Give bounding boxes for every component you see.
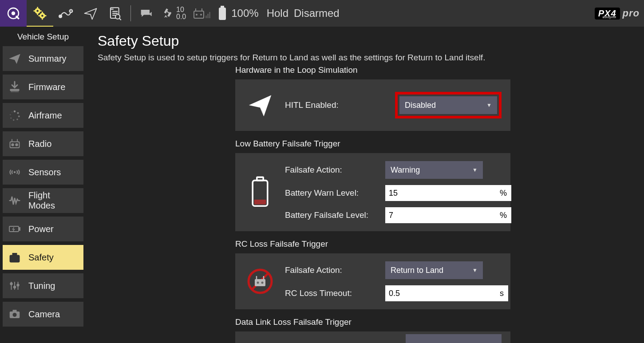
hitl-highlight-box: Disabled ▼ bbox=[395, 92, 502, 118]
sidebar-item-camera[interactable]: Camera bbox=[3, 302, 83, 327]
paper-plane-icon bbox=[7, 52, 22, 65]
fly-tab-button[interactable] bbox=[78, 0, 103, 27]
svg-rect-79 bbox=[255, 279, 265, 286]
gps-sat-count: 10 bbox=[176, 6, 186, 13]
sidebar-item-label: Tuning bbox=[28, 281, 55, 291]
svg-point-2 bbox=[12, 12, 16, 16]
svg-point-45 bbox=[17, 91, 18, 92]
unit-label: % bbox=[495, 207, 511, 223]
hitl-card: HITL Enabled: Disabled ▼ bbox=[235, 79, 510, 131]
sidebar-item-power[interactable]: Power bbox=[3, 217, 83, 241]
messages-icon[interactable] bbox=[134, 0, 158, 27]
sidebar-item-sensors[interactable]: Sensors bbox=[3, 160, 83, 185]
sidebar-item-firmware[interactable]: Firmware bbox=[3, 75, 83, 99]
svg-point-59 bbox=[14, 171, 16, 173]
battery-percent: 100% bbox=[231, 7, 258, 20]
rc-loss-timeout-input[interactable] bbox=[385, 285, 495, 301]
data-link-action-select[interactable] bbox=[406, 334, 502, 343]
sidebar-item-safety[interactable]: Safety bbox=[3, 245, 83, 270]
rc-loss-timeout-label: RC Loss Timeout: bbox=[285, 288, 378, 298]
svg-rect-39 bbox=[10, 89, 20, 91]
svg-point-81 bbox=[261, 282, 264, 284]
unit-label: % bbox=[495, 185, 511, 201]
svg-rect-13 bbox=[38, 15, 40, 16]
gps-status[interactable]: 10 0.0 bbox=[158, 0, 189, 27]
sidebar-item-radio[interactable]: Radio bbox=[3, 131, 83, 156]
svg-point-55 bbox=[12, 144, 14, 146]
svg-text:B: B bbox=[70, 10, 72, 12]
rc-status-icon[interactable] bbox=[189, 0, 215, 27]
sidebar-item-tuning[interactable]: Tuning bbox=[3, 273, 83, 298]
arm-state-label[interactable]: Disarmed bbox=[294, 7, 340, 20]
sliders-icon bbox=[7, 279, 22, 292]
wifi-sensor-icon bbox=[7, 166, 22, 179]
sidebar-item-label: Camera bbox=[28, 309, 60, 319]
svg-point-56 bbox=[16, 144, 18, 146]
svg-point-46 bbox=[14, 110, 16, 113]
svg-line-1 bbox=[16, 16, 19, 19]
chevron-down-icon: ▼ bbox=[472, 167, 478, 173]
svg-line-23 bbox=[119, 18, 121, 20]
battery-warn-label: Battery Warn Level: bbox=[285, 188, 378, 198]
plan-tab-button[interactable]: B bbox=[53, 0, 78, 27]
page-description: Safety Setup is used to setup triggers f… bbox=[98, 53, 635, 63]
svg-point-29 bbox=[196, 14, 198, 16]
svg-point-44 bbox=[16, 91, 17, 92]
svg-rect-28 bbox=[194, 11, 204, 18]
hitl-enabled-label: HITL Enabled: bbox=[285, 100, 388, 110]
svg-point-70 bbox=[17, 284, 19, 286]
low-battery-action-select[interactable]: Warning ▼ bbox=[385, 161, 483, 179]
svg-rect-76 bbox=[254, 200, 266, 205]
battery-status[interactable]: 100% bbox=[215, 0, 261, 27]
svg-point-66 bbox=[10, 283, 12, 285]
qgc-logo-button[interactable] bbox=[0, 0, 27, 27]
unit-label: s bbox=[495, 285, 508, 301]
flight-mode-label[interactable]: Hold bbox=[267, 7, 288, 20]
battery-failsafe-input[interactable] bbox=[385, 207, 495, 223]
svg-point-15 bbox=[59, 15, 62, 18]
sidebar-item-summary[interactable]: Summary bbox=[3, 46, 83, 71]
top-toolbar: B 10 0.0 100% Hold Disarmed PX4autopilot… bbox=[0, 0, 644, 27]
svg-point-53 bbox=[12, 111, 12, 112]
low-battery-card: Failsafe Action: Warning ▼ Battery Warn … bbox=[235, 153, 510, 231]
svg-rect-33 bbox=[205, 16, 207, 18]
chevron-down-icon: ▼ bbox=[486, 102, 492, 108]
svg-rect-34 bbox=[207, 14, 209, 18]
paper-plane-icon bbox=[244, 93, 276, 118]
sidebar-item-flight-modes[interactable]: Flight Modes bbox=[3, 188, 83, 213]
sidebar-item-label: Power bbox=[28, 224, 54, 234]
svg-rect-7 bbox=[37, 7, 38, 8]
svg-point-52 bbox=[10, 114, 11, 115]
main-panel: Safety Setup Safety Setup is used to set… bbox=[89, 27, 644, 343]
svg-line-26 bbox=[167, 12, 170, 14]
svg-point-51 bbox=[10, 118, 12, 119]
sidebar-item-label: Radio bbox=[28, 139, 51, 149]
svg-rect-37 bbox=[221, 6, 224, 8]
svg-rect-11 bbox=[42, 12, 43, 13]
svg-point-80 bbox=[257, 282, 259, 284]
hitl-enabled-select[interactable]: Disabled ▼ bbox=[399, 96, 497, 114]
svg-rect-14 bbox=[45, 15, 47, 16]
svg-rect-8 bbox=[37, 13, 38, 15]
analyze-tab-button[interactable] bbox=[103, 0, 128, 27]
waveform-icon bbox=[7, 194, 22, 207]
sidebar-item-label: Airframe bbox=[28, 110, 62, 121]
data-link-card bbox=[235, 331, 510, 343]
svg-rect-72 bbox=[13, 310, 17, 312]
svg-point-5 bbox=[36, 10, 39, 12]
battery-warn-input[interactable] bbox=[385, 185, 495, 201]
sidebar-item-label: Safety bbox=[28, 252, 54, 263]
svg-rect-24 bbox=[164, 8, 168, 13]
rc-loss-card: Failsafe Action: Return to Land ▼ RC Los… bbox=[235, 253, 510, 309]
setup-tab-button[interactable] bbox=[27, 0, 53, 27]
camera-icon bbox=[7, 308, 22, 321]
svg-point-42 bbox=[13, 91, 14, 92]
hitl-section-title: Hardware in the Loop Simulation bbox=[235, 65, 635, 75]
data-link-section-title: Data Link Loss Failsafe Trigger bbox=[235, 317, 635, 327]
rc-loss-action-select[interactable]: Return to Land ▼ bbox=[385, 261, 483, 279]
svg-point-30 bbox=[200, 14, 202, 16]
sidebar-item-airframe[interactable]: Airframe bbox=[3, 103, 83, 128]
svg-rect-10 bbox=[40, 10, 42, 12]
rc-loss-section-title: RC Loss Failsafe Trigger bbox=[235, 239, 635, 249]
toolbar-divider bbox=[130, 5, 131, 21]
